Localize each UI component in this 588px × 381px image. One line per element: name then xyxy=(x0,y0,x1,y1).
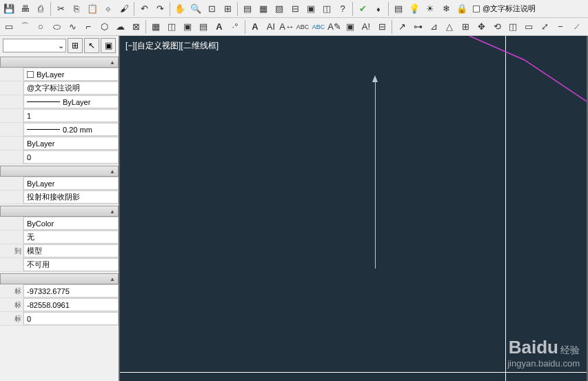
print-icon[interactable]: 🖶 xyxy=(17,1,32,17)
text-scale-icon[interactable]: ▣ xyxy=(343,19,358,35)
props-icon[interactable]: ▤ xyxy=(391,1,406,17)
stretch-icon[interactable]: ⤢ xyxy=(537,19,552,35)
linetype-value[interactable]: ByLayer xyxy=(23,95,119,108)
separator xyxy=(50,2,51,16)
circle-icon[interactable]: ○ xyxy=(33,19,48,35)
section-header[interactable] xyxy=(0,57,119,68)
redo-icon[interactable]: ↷ xyxy=(152,1,168,17)
match-icon[interactable]: ⟐ xyxy=(101,1,116,17)
mleader-icon[interactable]: ⊶ xyxy=(410,19,425,35)
copy-icon[interactable]: ⎘ xyxy=(69,1,84,17)
scale-icon[interactable]: ▭ xyxy=(521,19,536,35)
text-a-icon[interactable]: A xyxy=(212,19,227,35)
text-edit-icon[interactable]: A✎ xyxy=(327,19,342,35)
y-value[interactable]: -82558.0961 xyxy=(23,298,119,311)
general-section: ByLayer @文字标注说明 ByLayer 1 0.20 mm ByLaye… xyxy=(0,57,119,164)
arc-icon[interactable]: ⌒ xyxy=(17,19,32,35)
dim-linear-icon[interactable]: △ xyxy=(442,19,457,35)
ellipse-icon[interactable]: ⬭ xyxy=(49,19,64,35)
spell-icon[interactable]: ABC xyxy=(295,19,310,35)
section-header[interactable] xyxy=(0,273,119,284)
leader-icon[interactable]: ↗ xyxy=(394,19,409,35)
transparency-value[interactable]: 0 xyxy=(23,150,119,164)
block-icon[interactable]: ▣ xyxy=(303,1,318,17)
linescale-value[interactable]: 1 xyxy=(23,109,119,122)
separator xyxy=(352,2,353,16)
quick-select-button[interactable]: ▣ xyxy=(101,38,116,53)
zoom-icon[interactable]: 🔍 xyxy=(188,1,203,17)
spline-icon[interactable]: ∿ xyxy=(65,19,80,35)
section-header[interactable] xyxy=(0,206,119,217)
table-icon[interactable]: ▤ xyxy=(196,19,211,35)
annotative-value[interactable]: 不可用 xyxy=(23,258,119,271)
plotcolor-value[interactable]: ByColor xyxy=(23,217,119,230)
dim-icon[interactable]: ⊿ xyxy=(426,19,441,35)
lock-icon[interactable]: 🔒 xyxy=(454,1,469,17)
x-value[interactable]: -97332.6775 xyxy=(23,284,119,297)
sun-icon[interactable]: ☀ xyxy=(423,1,438,17)
drawing-canvas[interactable]: [−][自定义视图][二维线框] Baidu 经验 jingyan.baidu.… xyxy=(119,36,588,381)
pan-icon[interactable]: ✋ xyxy=(172,1,187,17)
preview-icon[interactable]: ⎙ xyxy=(33,1,48,17)
toolbar-row-2: ▭ ⌒ ○ ⬭ ∿ ⌐ ⬡ ☁ ⊠ ▦ ◫ ▣ ▤ A ·° A AI A↔ A… xyxy=(0,18,588,36)
lineweight-value[interactable]: 0.20 mm xyxy=(23,123,119,136)
zoom-window-icon[interactable]: ⊡ xyxy=(204,1,219,17)
dim-align-icon[interactable]: ⊞ xyxy=(458,19,473,35)
layer-icon[interactable]: ◫ xyxy=(319,1,334,17)
polyline-icon[interactable]: ⌐ xyxy=(81,19,96,35)
rotate-icon[interactable]: ⟲ xyxy=(489,19,505,35)
rectangle-icon[interactable]: ▭ xyxy=(1,19,17,35)
layer-display[interactable]: @文字标注说明 xyxy=(470,3,538,14)
viewport-label[interactable]: [−][自定义视图][二维线框] xyxy=(125,40,219,52)
object-type-dropdown[interactable]: ⌄ xyxy=(3,39,66,52)
text-justify-icon[interactable]: ⊟ xyxy=(374,19,389,35)
plotstyle-value[interactable]: ByLayer xyxy=(23,177,119,190)
find-icon[interactable]: ABC xyxy=(311,19,326,35)
mirror-icon[interactable]: ◫ xyxy=(505,19,520,35)
layout-value[interactable]: 模型 xyxy=(23,244,119,257)
text-style-icon[interactable]: A↔ xyxy=(279,19,294,35)
paste-icon[interactable]: 📋 xyxy=(85,1,100,17)
select-button[interactable]: ↖ xyxy=(84,38,99,53)
help-icon[interactable]: ? xyxy=(335,1,350,17)
check-icon[interactable]: ✔ xyxy=(355,1,370,17)
shadow-value[interactable]: 投射和接收阴影 xyxy=(23,190,119,204)
hyperlink-value[interactable]: 无 xyxy=(23,231,119,244)
region-icon[interactable]: ⊠ xyxy=(128,19,143,35)
hatch-icon[interactable]: ▦ xyxy=(148,19,163,35)
light-icon[interactable]: 💡 xyxy=(407,1,422,17)
tool-palette-icon[interactable]: ▧ xyxy=(272,1,287,17)
polygon-icon[interactable]: ⬡ xyxy=(97,19,112,35)
revision-icon[interactable]: ☁ xyxy=(112,19,128,35)
layer-value[interactable]: @文字标注说明 xyxy=(23,81,119,95)
move-icon[interactable]: ✥ xyxy=(474,19,489,35)
watermark-brand: Baidu xyxy=(509,337,558,358)
freeze-icon[interactable]: ❄ xyxy=(438,1,454,17)
layers-icon[interactable]: ⬧ xyxy=(371,1,386,17)
separator xyxy=(245,20,245,34)
text-align-icon[interactable]: A! xyxy=(358,19,374,35)
z-value[interactable]: 0 xyxy=(23,312,119,325)
brush-icon[interactable]: 🖌 xyxy=(116,1,132,17)
pick-add-button[interactable]: ⊞ xyxy=(68,38,83,53)
separator xyxy=(170,2,170,16)
gradient-icon[interactable]: ◫ xyxy=(164,19,179,35)
layer-color-swatch xyxy=(473,6,480,12)
save-icon[interactable]: 💾 xyxy=(1,1,17,17)
zoom-extents-icon[interactable]: ⊞ xyxy=(220,1,235,17)
dtext-icon[interactable]: AI xyxy=(263,19,278,35)
point-icon[interactable]: ·° xyxy=(227,19,243,35)
sheet-icon[interactable]: ▦ xyxy=(256,1,271,17)
material-value[interactable]: ByLayer xyxy=(23,137,119,150)
offset-icon[interactable]: − xyxy=(553,19,568,35)
section-header[interactable] xyxy=(0,166,119,177)
trim-icon[interactable]: ⟋ xyxy=(569,19,584,35)
color-value[interactable]: ByLayer xyxy=(23,68,119,81)
watermark-url: jingyan.baidu.com xyxy=(507,358,580,369)
cut-icon[interactable]: ✂ xyxy=(53,1,68,17)
boundary-icon[interactable]: ▣ xyxy=(180,19,195,35)
mtext-icon[interactable]: A xyxy=(247,19,263,35)
design-center-icon[interactable]: ⊟ xyxy=(287,1,303,17)
properties-icon[interactable]: ▤ xyxy=(240,1,255,17)
undo-icon[interactable]: ↶ xyxy=(136,1,152,17)
